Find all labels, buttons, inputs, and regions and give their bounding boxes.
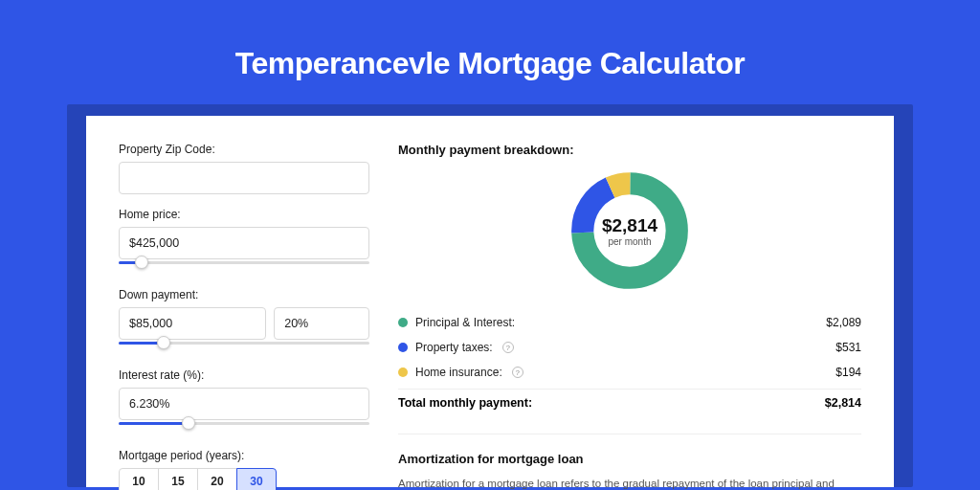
home-price-input[interactable] (119, 227, 369, 259)
page-title: Temperancevle Mortgage Calculator (0, 0, 980, 104)
legend-dot-icon (398, 318, 408, 327)
slider-thumb-icon[interactable] (135, 256, 148, 269)
legend-dot-icon (398, 368, 408, 377)
donut-chart: $2,814 per month (568, 168, 692, 293)
breakdown-column: Monthly payment breakdown: $2,814 per mo… (398, 143, 861, 487)
legend-dot-icon (398, 343, 408, 352)
legend-row: Principal & Interest:$2,089 (398, 310, 861, 335)
info-icon[interactable]: ? (512, 367, 523, 378)
donut-chart-wrap: $2,814 per month (398, 168, 861, 293)
period-button-15[interactable]: 15 (158, 468, 198, 490)
zip-field: Property Zip Code: (119, 143, 369, 194)
legend-value: $531 (835, 341, 861, 354)
total-row: Total monthly payment: $2,814 (398, 389, 861, 416)
down-payment-slider[interactable] (119, 340, 369, 355)
period-button-30[interactable]: 30 (236, 468, 277, 490)
interest-slider[interactable] (119, 420, 369, 435)
legend-label: Property taxes: (415, 341, 493, 354)
home-price-label: Home price: (119, 208, 369, 221)
slider-thumb-icon[interactable] (182, 416, 195, 430)
amortization-text: Amortization for a mortgage loan refers … (398, 476, 861, 490)
calculator-card: Property Zip Code: Home price: Down paym… (86, 116, 894, 487)
form-column: Property Zip Code: Home price: Down paym… (119, 143, 369, 487)
legend-label: Principal & Interest: (415, 316, 515, 329)
slider-thumb-icon[interactable] (157, 336, 170, 349)
zip-label: Property Zip Code: (119, 143, 369, 156)
period-label: Mortgage period (years): (119, 449, 369, 462)
donut-sublabel: per month (608, 236, 651, 247)
donut-center: $2,814 per month (568, 168, 692, 293)
down-payment-label: Down payment: (119, 288, 369, 301)
down-payment-input[interactable] (119, 307, 266, 340)
home-price-field: Home price: (119, 208, 369, 275)
period-field: Mortgage period (years): 10152030 (119, 449, 369, 490)
period-button-group: 10152030 (119, 468, 369, 490)
period-button-20[interactable]: 20 (197, 468, 237, 490)
legend-value: $194 (835, 366, 861, 379)
home-price-slider[interactable] (119, 259, 369, 275)
legend-row: Home insurance:?$194 (398, 360, 861, 385)
legend-value: $2,089 (826, 316, 861, 329)
legend-label: Home insurance: (415, 366, 502, 379)
down-payment-field: Down payment: (119, 288, 369, 355)
interest-input[interactable] (119, 388, 369, 420)
donut-amount: $2,814 (602, 215, 657, 236)
period-button-10[interactable]: 10 (119, 468, 159, 490)
breakdown-title: Monthly payment breakdown: (398, 143, 861, 157)
info-icon[interactable]: ? (502, 342, 514, 353)
interest-label: Interest rate (%): (119, 368, 369, 382)
down-payment-pct-input[interactable] (274, 307, 369, 340)
interest-field: Interest rate (%): (119, 368, 369, 435)
zip-input[interactable] (119, 162, 369, 194)
total-value: $2,814 (825, 396, 861, 410)
legend: Principal & Interest:$2,089Property taxe… (398, 310, 861, 385)
legend-row: Property taxes:?$531 (398, 335, 861, 360)
amortization-title: Amortization for mortgage loan (398, 452, 861, 466)
card-shadow: Property Zip Code: Home price: Down paym… (67, 104, 913, 487)
total-label: Total monthly payment: (398, 396, 532, 410)
amortization-section: Amortization for mortgage loan Amortizat… (398, 434, 861, 490)
